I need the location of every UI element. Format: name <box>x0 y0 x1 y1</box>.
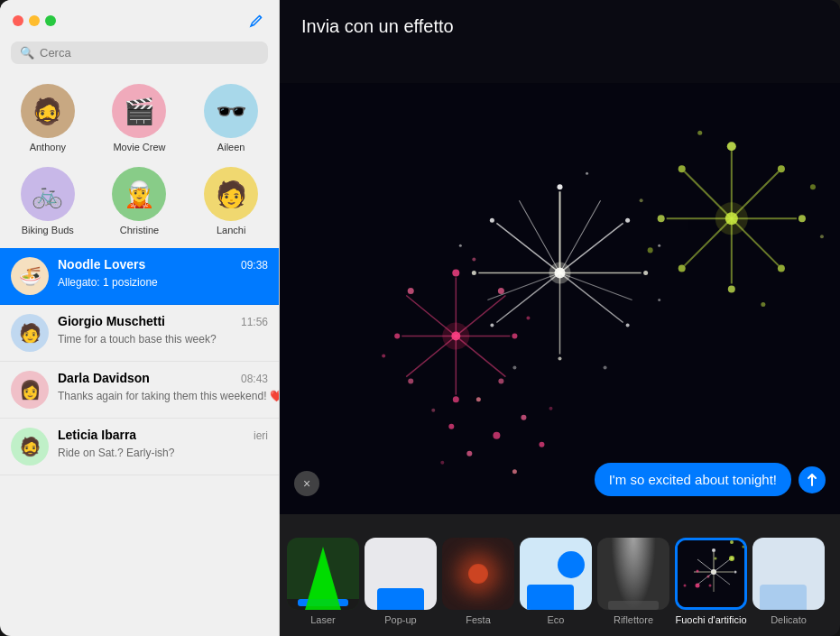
effect-thumb-popup <box>365 538 437 610</box>
contact-pin-aileen[interactable]: 🕶️ Aileen <box>187 78 275 158</box>
effect-label-popup: Pop-up <box>384 614 416 625</box>
svg-point-106 <box>715 558 717 560</box>
conv-content-noodle-lovers: Noodle Lovers 09:38 Allegato: 1 posizion… <box>58 257 268 290</box>
conversation-item-noodle-lovers[interactable]: 🍜 Noodle Lovers 09:38 Allegato: 1 posizi… <box>0 248 279 305</box>
effect-thumb-delicato <box>752 538 825 610</box>
avatar-biking-buds: 🚲 <box>21 167 75 221</box>
effect-label-eco: Eco <box>548 614 565 625</box>
svg-point-54 <box>778 165 785 172</box>
sidebar: 🔍 🧔 Anthony 🎬 Movie Crew 🕶️ Aileen 🚲 Bik… <box>0 0 280 636</box>
svg-point-99 <box>707 576 710 578</box>
conv-avatar-darla: 👩 <box>11 371 49 409</box>
conv-header-giorgio: Giorgio Muschetti 11:56 <box>58 314 268 328</box>
svg-point-24 <box>459 244 462 247</box>
svg-point-76 <box>521 415 526 420</box>
svg-point-50 <box>382 355 385 358</box>
conv-time-giorgio: 11:56 <box>241 316 268 328</box>
avatar-movie-crew: 🎬 <box>112 84 166 138</box>
eco-bubble <box>558 551 585 578</box>
compose-button[interactable] <box>246 11 266 31</box>
effect-item-eco[interactable]: Eco <box>520 538 592 625</box>
conv-content-darla: Darla Davidson 08:43 Thanks again for ta… <box>58 371 268 403</box>
svg-point-82 <box>549 407 552 410</box>
eco-bar <box>527 585 574 610</box>
conv-name-giorgio: Giorgio Muschetti <box>58 314 165 328</box>
effect-item-delicato[interactable]: Delicato <box>752 538 825 625</box>
svg-point-18 <box>490 324 494 327</box>
effect-label-laser: Laser <box>310 614 336 625</box>
svg-point-80 <box>512 469 517 474</box>
conv-avatar-noodle-lovers: 🍜 <box>11 257 49 295</box>
contact-name-aileen: Aileen <box>217 142 245 152</box>
delicato-bar <box>760 585 807 610</box>
conversation-item-leticia[interactable]: 🧔 Leticia Ibarra ieri Ride on Sat.? Earl… <box>0 419 279 475</box>
pinned-contacts-grid: 🧔 Anthony 🎬 Movie Crew 🕶️ Aileen 🚲 Bikin… <box>0 71 279 248</box>
conv-time-noodle-lovers: 09:38 <box>241 259 268 272</box>
svg-point-49 <box>431 409 435 412</box>
contact-pin-biking-buds[interactable]: 🚲 Biking Buds <box>4 161 92 241</box>
svg-point-33 <box>512 334 517 339</box>
svg-point-60 <box>678 165 686 172</box>
message-bubble: I'm so excited about tonight! <box>595 463 791 496</box>
contact-name-lanchi: Lanchi <box>217 225 245 235</box>
effect-thumb-fuochi <box>675 538 747 610</box>
effect-item-riflettore[interactable]: Riflettore <box>597 538 669 625</box>
contact-pin-anthony[interactable]: 🧔 Anthony <box>4 78 92 158</box>
svg-point-105 <box>747 558 748 560</box>
main-content: Invia con un effetto <box>280 0 840 636</box>
avatar-aileen: 🕶️ <box>204 84 258 138</box>
svg-point-55 <box>798 215 806 222</box>
send-button[interactable] <box>798 466 826 493</box>
svg-point-35 <box>453 396 459 402</box>
search-input[interactable] <box>40 46 259 60</box>
svg-point-63 <box>761 302 765 307</box>
conversation-item-giorgio[interactable]: 🧑 Giorgio Muschetti 11:56 Time for a tou… <box>0 305 279 362</box>
svg-point-47 <box>472 257 475 261</box>
effect-thumb-eco <box>520 538 592 610</box>
conv-header-darla: Darla Davidson 08:43 <box>58 371 268 385</box>
maximize-traffic-light[interactable] <box>45 15 56 26</box>
conversation-item-darla[interactable]: 👩 Darla Davidson 08:43 Thanks again for … <box>0 362 279 419</box>
avatar-lanchi: 🧑 <box>204 167 258 221</box>
svg-point-37 <box>394 334 400 339</box>
close-traffic-light[interactable] <box>13 15 23 26</box>
svg-point-83 <box>440 461 444 465</box>
svg-point-16 <box>626 324 630 327</box>
search-bar[interactable]: 🔍 <box>11 41 268 64</box>
conv-preview-giorgio: Time for a touch base this week? <box>58 333 217 346</box>
svg-point-38 <box>408 288 414 294</box>
contact-pin-lanchi[interactable]: 🧑 Lanchi <box>187 161 275 241</box>
effect-item-laser[interactable]: Laser <box>287 538 359 625</box>
effect-item-festa[interactable]: Festa <box>442 538 514 625</box>
svg-point-57 <box>728 285 735 292</box>
svg-point-31 <box>452 269 459 276</box>
close-effect-button[interactable]: × <box>294 471 319 496</box>
conv-header-noodle-lovers: Noodle Lovers 09:38 <box>58 257 268 272</box>
svg-point-26 <box>512 366 516 370</box>
effect-item-popup[interactable]: Pop-up <box>365 538 437 625</box>
conversation-list: 🍜 Noodle Lovers 09:38 Allegato: 1 posizi… <box>0 248 279 636</box>
svg-point-75 <box>493 432 500 439</box>
svg-point-15 <box>643 271 648 275</box>
effect-item-fuochi[interactable]: Fuochi d'artificio <box>675 538 747 625</box>
contact-pin-christine[interactable]: 🧝 Christine <box>96 161 184 241</box>
avatar-anthony: 🧔 <box>21 84 75 138</box>
contact-pin-movie-crew[interactable]: 🎬 Movie Crew <box>96 78 184 158</box>
traffic-lights <box>13 15 56 26</box>
avatar-christine: 🧝 <box>112 167 166 221</box>
minimize-traffic-light[interactable] <box>29 15 40 26</box>
popup-bar <box>377 588 424 610</box>
conv-time-leticia: ieri <box>254 429 268 442</box>
effect-thumb-laser <box>287 538 359 610</box>
contact-name-christine: Christine <box>120 225 159 235</box>
svg-point-14 <box>625 218 630 223</box>
effect-title: Invia con un effetto <box>301 16 454 37</box>
svg-point-32 <box>498 288 504 294</box>
effect-label-riflettore: Riflettore <box>614 614 653 625</box>
svg-point-53 <box>727 142 736 151</box>
svg-point-58 <box>678 264 686 272</box>
svg-point-94 <box>712 548 715 552</box>
effect-thumb-festa <box>442 538 514 610</box>
effects-tray: Laser Pop-up Festa Eco <box>280 514 840 636</box>
svg-point-65 <box>820 235 824 238</box>
